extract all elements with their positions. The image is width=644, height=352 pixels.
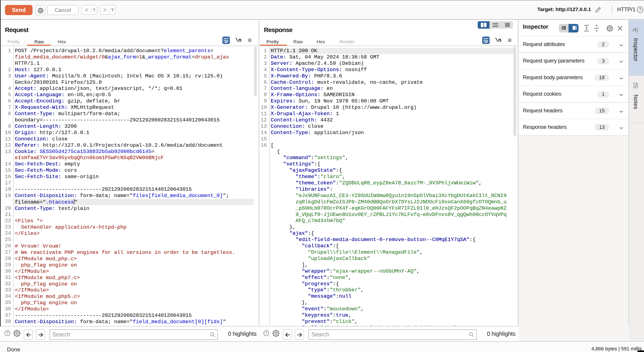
svg-text:?: ? bbox=[265, 331, 268, 335]
svg-text:?: ? bbox=[6, 331, 8, 335]
svg-text:?: ? bbox=[639, 7, 642, 12]
